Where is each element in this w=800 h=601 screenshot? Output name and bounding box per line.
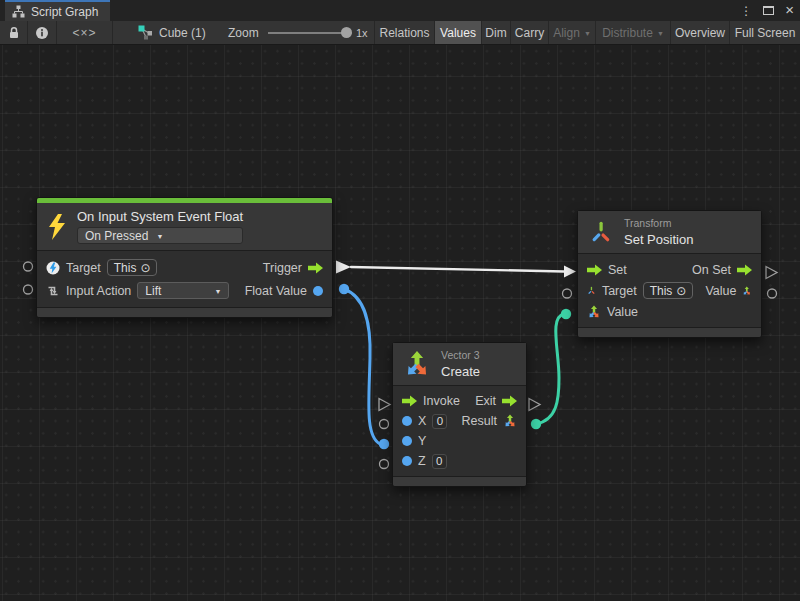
chevron-down-icon: ▼: [584, 30, 591, 37]
vector3-invoke-row: Invoke Exit: [393, 391, 526, 411]
event-mode-dropdown[interactable]: On Pressed ▼: [77, 227, 243, 244]
port-value-output[interactable]: [768, 289, 777, 298]
code-preview-button[interactable]: <×>: [57, 21, 113, 44]
event-target-object-picker[interactable]: This ⊙: [107, 259, 158, 276]
vector3-icon: [403, 350, 431, 378]
node-transform-set-position[interactable]: Transform Set Position Set On Set: [577, 210, 762, 338]
vector3-type-icon: [503, 414, 517, 428]
vector3-type-icon: [742, 284, 752, 298]
x-value-field[interactable]: 0: [432, 414, 447, 429]
vector3-type-icon: [587, 305, 601, 319]
x-label: X: [418, 414, 426, 428]
close-icon[interactable]: ×: [785, 2, 794, 17]
vector3-node-footer: [393, 476, 526, 486]
port-float-value-output[interactable]: [339, 284, 349, 294]
node-title: On Input System Event Float: [77, 209, 243, 224]
maximize-icon[interactable]: [763, 6, 774, 15]
chevron-down-icon: ▼: [214, 288, 221, 295]
transform-node-body: Set On Set Target This ⊙ V: [578, 254, 761, 327]
port-z-input[interactable]: [380, 460, 389, 469]
vector3-z-row: Z 0: [393, 451, 526, 471]
event-node-header: On Input System Event Float On Pressed ▼: [37, 203, 332, 251]
input-action-value: Lift: [145, 284, 161, 298]
carry-toggle[interactable]: Carry: [510, 21, 548, 44]
port-result-output[interactable]: [531, 419, 541, 429]
toolbar-toggles: Relations Values Dim Carry Align ▼ Distr…: [374, 21, 800, 44]
port-x-input[interactable]: [380, 420, 389, 429]
kebab-menu-icon[interactable]: ⋮: [740, 5, 752, 17]
float-port-icon: [402, 456, 412, 466]
zoom-value: 1x: [356, 21, 368, 44]
input-action-label: Input Action: [66, 284, 131, 298]
titlebar: Script Graph ⋮ ×: [0, 0, 800, 21]
event-target-row: Target This ⊙ Trigger: [37, 256, 332, 279]
zoom-slider[interactable]: [268, 32, 352, 34]
script-graph-asset-icon: [138, 25, 153, 40]
chevron-down-icon: ▼: [156, 233, 163, 240]
exit-label: Exit: [475, 394, 496, 408]
event-node-body: Target This ⊙ Trigger Input Acti: [37, 251, 332, 307]
event-target-type-icon: [46, 261, 60, 275]
event-mode-value: On Pressed: [85, 229, 148, 243]
set-label: Set: [608, 263, 627, 277]
info-icon: [35, 26, 49, 40]
values-toggle[interactable]: Values: [434, 21, 481, 44]
float-value-label: Float Value: [245, 284, 307, 298]
value-output-label: Value: [705, 284, 736, 298]
align-dropdown[interactable]: Align ▼: [548, 21, 595, 44]
z-value-field[interactable]: 0: [432, 454, 447, 469]
event-input-action-row: Input Action Lift ▼ Float Value: [37, 279, 332, 302]
lock-button[interactable]: [0, 21, 28, 44]
port-input-action-input[interactable]: [24, 285, 33, 294]
transform-target-object-picker[interactable]: This ⊙: [643, 282, 694, 299]
vector3-y-row: Y: [393, 431, 526, 451]
vector3-node-header: Vector 3 Create: [393, 343, 526, 386]
port-event-target-input[interactable]: [24, 262, 33, 271]
node-category: Transform: [624, 217, 693, 229]
transform-node-header: Transform Set Position: [578, 211, 761, 254]
float-port-icon: [313, 286, 323, 296]
dim-toggle[interactable]: Dim: [481, 21, 510, 44]
distribute-dropdown[interactable]: Distribute ▼: [595, 21, 670, 44]
target-label: Target: [602, 284, 637, 298]
transform-target-row: Target This ⊙ Value: [578, 280, 761, 301]
distribute-label: Distribute: [602, 26, 653, 40]
event-node-footer: [37, 307, 332, 317]
vector3-node-body: Invoke Exit X 0 Result: [393, 386, 526, 476]
vector3-x-row: X 0 Result: [393, 411, 526, 431]
invoke-label: Invoke: [423, 394, 460, 408]
node-category: Vector 3: [441, 349, 480, 361]
flow-arrow-icon: [402, 395, 417, 407]
node-on-input-system-event-float[interactable]: On Input System Event Float On Pressed ▼…: [36, 197, 333, 318]
input-action-dropdown[interactable]: Lift ▼: [137, 282, 229, 299]
relations-toggle[interactable]: Relations: [374, 21, 434, 44]
graph-toolbar: <×> Cube (1) Zoom 1x Relations Values Di…: [0, 21, 800, 45]
node-title: Create: [441, 364, 480, 379]
on-set-label: On Set: [692, 263, 731, 277]
lock-icon: [7, 26, 21, 40]
flow-arrow-icon: [308, 262, 323, 274]
trigger-label: Trigger: [263, 261, 302, 275]
fullscreen-button[interactable]: Full Screen: [729, 21, 800, 44]
port-y-input[interactable]: [379, 439, 389, 449]
transform-mini-icon: [587, 284, 596, 297]
zoom-label: Zoom: [228, 21, 259, 44]
target-label: Target: [66, 261, 101, 275]
lightning-bolt-icon: [47, 214, 67, 240]
port-value-input[interactable]: [561, 309, 571, 319]
node-vector3-create[interactable]: Vector 3 Create Invoke Exit X 0: [392, 342, 527, 487]
transform-set-row: Set On Set: [578, 259, 761, 280]
graph-reference-breadcrumb[interactable]: Cube (1): [138, 21, 206, 44]
transform-target-value: This: [650, 284, 673, 298]
transform-icon: [588, 219, 614, 245]
flow-arrow-icon: [587, 264, 602, 276]
float-port-icon: [402, 436, 412, 446]
window-controls: ⋮ ×: [740, 0, 794, 21]
overview-button[interactable]: Overview: [670, 21, 729, 44]
tab-script-graph[interactable]: Script Graph: [5, 0, 110, 21]
code-icon: <×>: [72, 26, 96, 40]
port-transform-target-input[interactable]: [563, 289, 572, 298]
chevron-down-icon: ▼: [657, 30, 664, 37]
info-button[interactable]: [28, 21, 57, 44]
zoom-slider-handle[interactable]: [341, 27, 352, 38]
